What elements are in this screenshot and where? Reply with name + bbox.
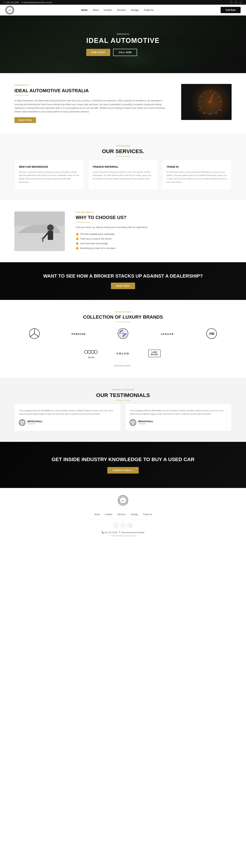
footer-link-services[interactable]: Services	[117, 513, 125, 516]
svg-point-40	[85, 350, 88, 353]
top-bar-contact: 📞 041 321 6200 ✉ admin@idealautomotive.c…	[4, 1, 52, 4]
about-title: IDEAL AUTOMOTIVE AUSTRALIA	[14, 88, 171, 93]
service-card-title-3: TRADE IN	[166, 165, 227, 168]
why-subtitle: Find your dream car, without wasting tim…	[75, 226, 232, 229]
brand-porsche: PORSCHE	[59, 330, 99, 338]
svg-line-10	[201, 97, 202, 97]
knowledge-button[interactable]: CONTACT IDEAL >	[107, 467, 139, 473]
svg-line-16	[210, 93, 213, 103]
about-text: A Little About Us IDEAL AUTOMOTIVE AUSTR…	[14, 84, 171, 123]
nav-link-trade-ins[interactable]: Trade Ins	[144, 9, 153, 11]
svg-text:IDEAL: IDEAL	[122, 500, 124, 501]
brands-more: and many more...	[14, 364, 232, 367]
why-bullet-4: 🔶	[75, 247, 79, 250]
svg-text:100: 100	[209, 113, 211, 115]
svg-text:60: 60	[199, 109, 201, 111]
why-text: Know More About Us WHY TO CHOOSE US? Fin…	[75, 211, 232, 251]
footer-youtube-icon[interactable]: y	[128, 523, 133, 528]
brand-volvo: VOLVO	[110, 349, 137, 358]
svg-line-11	[205, 93, 206, 94]
cta-banner-title: WANT TO SEE HOW A BROKER STACKS UP AGAIN…	[14, 273, 232, 279]
why-image	[14, 212, 65, 251]
service-card-desc-1: Discover a seamless path to owning your …	[19, 170, 80, 184]
top-bar-social: f t y	[230, 1, 242, 4]
brands-title: COLLECTION OF LUXURY BRANDS	[14, 314, 232, 320]
about-tag: A Little About Us	[14, 84, 171, 86]
brands-section: Choose any brand COLLECTION OF LUXURY BR…	[0, 300, 246, 378]
top-bar: 📞 041 321 6200 ✉ admin@idealautomotive.c…	[0, 0, 246, 5]
nav-link-services[interactable]: Services	[117, 9, 126, 11]
footer-twitter-icon[interactable]: t	[121, 523, 125, 528]
svg-line-50	[131, 423, 133, 424]
svg-rect-29	[42, 240, 43, 242]
nav-links: Home About Contact Services Garage Trade…	[81, 9, 154, 11]
testimonial-author-row-1: BRYAN PAULL Customer	[19, 419, 116, 426]
footer-link-about[interactable]: About	[94, 513, 100, 516]
testimonial-card-2: I was struggling with the affordability …	[125, 404, 232, 431]
twitter-icon[interactable]: t	[235, 1, 238, 4]
testimonial-text-2: I was struggling with the affordability …	[130, 409, 227, 415]
cta-banner-button[interactable]: READ HERE	[111, 283, 135, 289]
service-card-title-1: NEW CAR BROKERAGE	[19, 165, 80, 168]
testimonials-section: What Our Customer Say OUR TESTIMONIALS I…	[0, 378, 246, 442]
brands-underline	[116, 321, 130, 322]
svg-point-42	[91, 350, 94, 353]
svg-point-41	[88, 350, 91, 353]
why-bullet-1: 🔶	[75, 233, 79, 236]
svg-point-6	[198, 90, 222, 114]
svg-line-14	[218, 97, 219, 97]
brand-bmw	[103, 325, 143, 343]
svg-text:VW: VW	[209, 332, 214, 336]
svg-text:120: 120	[215, 112, 218, 114]
why-item-1: 🔶The best available price, nationwide	[75, 233, 232, 236]
footer-phone: 📞 041 321 6200 | 📍 Ideal Automotive Aust…	[14, 531, 232, 534]
svg-line-8	[201, 106, 202, 107]
testimonial-author-row-2: BRYAN PAULL Customer	[130, 419, 227, 426]
why-tag: Know More About Us	[75, 211, 232, 213]
knowledge-title: GET INSIDE INDUSTRY KNOWLEDGE TO BUY A U…	[14, 456, 232, 463]
svg-text:140: 140	[219, 109, 221, 111]
nav-link-garage[interactable]: Garage	[131, 9, 139, 11]
brand-mercedes	[14, 325, 54, 343]
why-bullet-3: 🔶	[75, 242, 79, 245]
svg-point-28	[42, 238, 44, 240]
hero-fleet-button[interactable]: OUR FLEET	[86, 49, 110, 56]
about-desc: At Ideal Automotive, we believe that dri…	[14, 99, 171, 114]
about-read-more-button[interactable]: READ MORE	[14, 117, 36, 123]
facebook-icon[interactable]: f	[230, 1, 233, 4]
testimonial-logo-1	[19, 419, 25, 426]
services-underline	[116, 156, 130, 157]
testimonial-author-1: BRYAN PAULL	[28, 420, 43, 423]
hero-callnow-button[interactable]: CALL NOW	[113, 49, 137, 56]
service-card-title-2: FINANCE REFERRAL	[93, 165, 153, 168]
nav-link-home[interactable]: Home	[81, 9, 88, 11]
footer-link-contact[interactable]: Contact	[105, 513, 112, 516]
testimonials-tag: What Our Customer Say	[14, 389, 232, 391]
footer-link-garage[interactable]: Garage	[130, 513, 138, 516]
svg-point-17	[209, 101, 211, 103]
svg-text:80: 80	[203, 112, 205, 114]
svg-point-43	[94, 350, 97, 353]
nav-logo[interactable]: IDEAL	[5, 6, 14, 14]
nav-link-about[interactable]: About	[93, 9, 99, 11]
footer-social: f t y	[14, 523, 232, 528]
youtube-icon[interactable]: y	[239, 1, 242, 4]
testimonial-card-1: I was struggling with the affordability …	[14, 404, 121, 431]
brands-row-2: Audi VOLVO LANDROVER	[78, 345, 168, 361]
service-card-brokerage: NEW CAR BROKERAGE Discover a seamless pa…	[14, 160, 84, 189]
footer-link-trade-ins[interactable]: Trade Ins	[143, 513, 152, 516]
svg-point-25	[47, 224, 54, 231]
nav-cta-button[interactable]: Call Now	[221, 7, 241, 13]
nav-link-contact[interactable]: Contact	[104, 9, 112, 11]
footer: IDEAL About Contact Services Garage Trad…	[0, 488, 246, 540]
testimonial-role-1: Customer	[28, 423, 43, 425]
testimonials-underline	[116, 400, 130, 401]
brand-land-rover: LANDROVER	[141, 347, 168, 360]
svg-line-46	[20, 423, 22, 424]
svg-text:IDEAL: IDEAL	[8, 10, 11, 11]
footer-nav: About Contact Services Garage Trade Ins	[14, 509, 232, 520]
svg-line-47	[22, 423, 24, 424]
why-items-list: 🔶The best available price, nationwide 🔶T…	[75, 233, 232, 250]
footer-facebook-icon[interactable]: f	[113, 523, 118, 528]
why-bullet-2: 🔶	[75, 238, 79, 240]
